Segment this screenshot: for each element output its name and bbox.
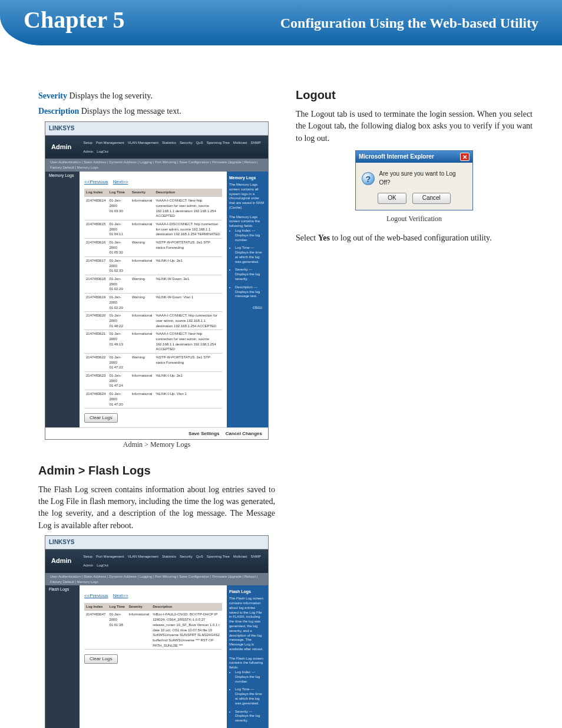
shot-admin: Admin (51, 143, 71, 152)
dialog-message: Are you sure you want to Log Off? (379, 170, 467, 187)
flash-logs-screenshot: LINKSYS Admin SetupPort ManagementVLAN M… (45, 535, 269, 728)
side-title: Flash Logs (229, 589, 266, 594)
nav-tab[interactable]: Security (180, 554, 193, 559)
shot-admin: Admin (51, 556, 71, 566)
table-row: 214748362101-Jan-2000 01:49:13Informatio… (84, 330, 222, 354)
shot-tabs: SetupPort ManagementVLAN ManagementStati… (83, 554, 262, 568)
dialog-titlebar: Microsoft Internet Explorer ✕ (356, 151, 472, 163)
shot-pager: <<Previous Next>> (84, 592, 222, 599)
nav-tab[interactable]: LogOut (97, 149, 108, 154)
severity-term: Severity (38, 91, 67, 100)
side-item: Log Index — Displays the log number. (235, 670, 266, 684)
nav-tab[interactable]: Admin (83, 563, 93, 568)
chapter-number: Chapter 5 (24, 6, 124, 34)
clear-logs-button[interactable]: Clear Logs (84, 413, 118, 423)
nav-tab[interactable]: Statistics (162, 554, 176, 559)
side-item: Description — Displays the log message t… (235, 285, 266, 299)
table-header: Log Index (84, 603, 107, 611)
table-row: 214748361801-Jan-2000 01:02:29Warning%LI… (84, 275, 222, 294)
prev-link[interactable]: <<Previous (84, 593, 108, 598)
nav-tab[interactable]: Port Management (96, 140, 124, 146)
side-item: Severity — Displays the log severity. (235, 710, 266, 723)
flash-logs-table: Log IndexLog TimeSeverityDescription2147… (84, 603, 222, 650)
next-link[interactable]: Next>> (113, 593, 128, 598)
side-item: Log Time — Displays the time at which th… (235, 687, 266, 706)
logout-para: The Logout tab is used to terminate the … (296, 108, 533, 144)
nav-tab[interactable]: QoS (196, 554, 203, 559)
shot-footer: Save Settings Cancel Changes (45, 427, 268, 440)
memory-logs-table: Log IndexLog TimeSeverityDescription2147… (84, 189, 222, 409)
nav-tab[interactable]: Setup (83, 554, 92, 559)
table-row: 214748361701-Jan-2000 01:02:33Informatio… (84, 257, 222, 275)
nav-tab[interactable]: Statistics (162, 140, 176, 146)
nav-tab[interactable]: Multicast (233, 554, 247, 559)
shot-subtabs: User Authentication | Static Address | D… (45, 573, 268, 585)
nav-tab[interactable]: Security (180, 140, 193, 146)
shot-sidebar: Flash Logs The Flash Log screen contains… (227, 585, 268, 728)
table-row: 214748362001-Jan-2000 01:48:22Informatio… (84, 312, 222, 330)
side-intro: The Memory Logs screen contains all syst… (229, 183, 266, 210)
cancel-changes-button[interactable]: Cancel Changes (226, 431, 262, 436)
table-header: Severity (130, 189, 154, 196)
save-settings-button[interactable]: Save Settings (189, 431, 219, 436)
memory-logs-screenshot: LINKSYS Admin SetupPort ManagementVLAN M… (45, 121, 269, 440)
side-sub: The Memory Logs screen contains the foll… (229, 215, 266, 229)
nav-tab[interactable]: Admin (83, 149, 93, 154)
nav-tab[interactable]: Setup (83, 140, 92, 146)
severity-line: Severity Displays the log severity. (38, 90, 275, 102)
nav-tab[interactable]: Port Management (96, 554, 124, 559)
dialog-body: ? Are you sure you want to Log Off? OK C… (356, 163, 472, 210)
logout-dialog: Microsoft Internet Explorer ✕ ? Are you … (355, 150, 473, 210)
side-intro: The Flash Log screen contains informatio… (229, 597, 266, 652)
shot-main: <<Previous Next>> Log IndexLog TimeSever… (80, 172, 227, 427)
select-pre: Select (296, 233, 318, 242)
nav-tab[interactable]: QoS (196, 140, 203, 146)
table-row: 214748362201-Jan-2000 01:47:22Warning%ST… (84, 354, 222, 372)
severity-text: Displays the log severity. (67, 91, 153, 100)
nav-tab[interactable]: Spanning Tree (207, 554, 230, 559)
shot-tabs: SetupPort ManagementVLAN ManagementStati… (83, 140, 262, 154)
nav-tab[interactable]: SNMP (250, 554, 260, 559)
shot-brand: LINKSYS (45, 122, 268, 136)
prev-link[interactable]: <<Previous (84, 179, 108, 185)
table-row: 214748364701-Jan-2000 01:01:38Informatio… (84, 611, 222, 650)
select-yes-line: Select Yes to log out of the web-based c… (296, 232, 533, 244)
left-column: Severity Displays the log severity. Desc… (38, 87, 275, 728)
nav-tab[interactable]: VLAN Management (128, 140, 158, 146)
side-item: Severity — Displays the log severity. (235, 268, 266, 281)
nav-tab[interactable]: Spanning Tree (207, 140, 230, 146)
nav-tab[interactable]: Multicast (233, 140, 247, 146)
flash-logs-heading: Admin > Flash Logs (38, 462, 275, 479)
next-link[interactable]: Next>> (113, 179, 128, 185)
table-header: Log Time (107, 603, 127, 611)
description-line: Description Displays the log message tex… (38, 106, 275, 117)
chapter-title: Configuration Using the Web-based Utilit… (280, 15, 538, 31)
table-row: 214748361501-Jan-2000 01:04:11Informatio… (84, 220, 222, 238)
fig1-caption: Admin > Memory Logs (38, 440, 275, 450)
shot-main: <<Previous Next>> Log IndexLog TimeSever… (80, 585, 227, 728)
clear-logs-button[interactable]: Clear Logs (84, 654, 118, 664)
right-column: Logout The Logout tab is used to termina… (296, 87, 533, 728)
description-term: Description (38, 107, 79, 116)
select-post: to log out of the web-based configuratio… (330, 233, 492, 242)
shot-brand: LINKSYS (45, 536, 268, 550)
cisco-logo: cisco (229, 302, 266, 311)
table-row: 214748362401-Jan-2000 01:47:20Informatio… (84, 390, 222, 409)
shot-crumb: Flash Logs (45, 585, 80, 594)
cancel-button[interactable]: Cancel (412, 193, 451, 204)
nav-tab[interactable]: VLAN Management (128, 554, 158, 559)
table-header: Log Time (107, 189, 130, 196)
nav-tab[interactable]: SNMP (250, 140, 260, 146)
close-icon[interactable]: ✕ (460, 153, 470, 161)
table-row: 214748362301-Jan-2000 01:47:24Informatio… (84, 372, 222, 390)
table-header: Severity (127, 603, 151, 611)
ok-button[interactable]: OK (378, 193, 406, 204)
side-item: Log Time — Displays the time at which th… (235, 246, 266, 264)
shot-crumb: Memory Logs (45, 172, 80, 180)
side-items: Log Index — Displays the log number.Log … (229, 229, 266, 299)
table-header: Description (154, 189, 222, 196)
logout-heading: Logout (296, 87, 533, 104)
table-row: 214748361601-Jan-2000 01:05:32Warning%ST… (84, 238, 222, 256)
dialog-title-text: Microsoft Internet Explorer (359, 153, 434, 162)
nav-tab[interactable]: LogOut (97, 563, 108, 568)
